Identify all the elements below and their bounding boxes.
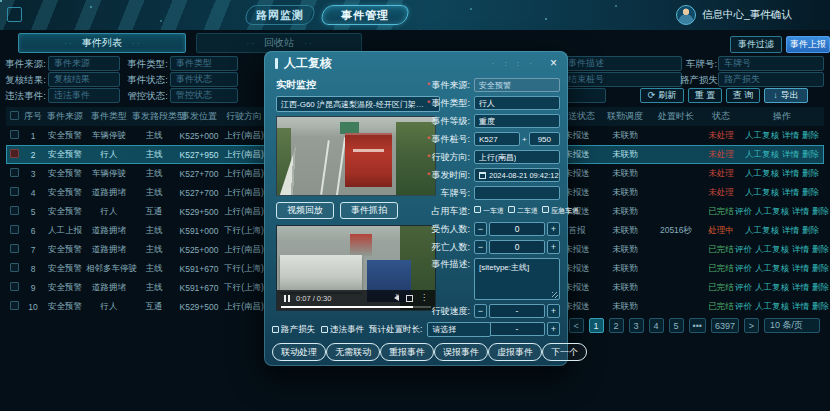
video-player[interactable]: 0:07 / 0:30 ⋮ xyxy=(276,225,436,311)
row-checkbox[interactable] xyxy=(10,244,19,253)
close-icon[interactable]: × xyxy=(550,57,557,69)
row-action-link[interactable]: 人工复核 xyxy=(745,149,779,161)
row-action-link[interactable]: 人工复核 xyxy=(755,301,789,313)
tab-event-list[interactable]: 事件列表 xyxy=(18,33,186,53)
tab-recycle-bin[interactable]: 回收站 xyxy=(196,33,362,53)
row-action-link[interactable]: 删除 xyxy=(812,282,829,294)
row-action-link[interactable]: 详情 xyxy=(782,168,799,180)
footer-checkbox[interactable]: 违法事件 xyxy=(321,324,364,336)
row-action-link[interactable]: 人工复核 xyxy=(745,168,779,180)
row-action-link[interactable]: 评价 xyxy=(735,301,752,313)
field-select[interactable]: 上行(南昌) xyxy=(474,150,560,164)
lane-checkbox[interactable]: 二车道 xyxy=(508,206,538,216)
filter-event-type-select[interactable]: 事件类型 xyxy=(170,56,238,71)
prev-page-button[interactable]: < xyxy=(569,318,584,333)
plate-number-input[interactable] xyxy=(474,186,560,200)
stake-select[interactable]: K527 xyxy=(474,132,520,146)
row-checkbox[interactable] xyxy=(10,187,19,196)
row-action-link[interactable]: 删除 xyxy=(812,263,829,275)
reset-button[interactable]: 重 置 xyxy=(688,88,722,103)
plus-button[interactable]: + xyxy=(547,240,560,254)
export-button[interactable]: ↓导出 xyxy=(764,88,808,103)
row-action-link[interactable]: 评价 xyxy=(735,263,752,275)
row-action-link[interactable]: 人工复核 xyxy=(755,282,789,294)
field-select[interactable]: 行人 xyxy=(474,96,560,110)
modal-action-button[interactable]: 联动处理 xyxy=(272,343,326,361)
nav-tab-road-monitor[interactable]: 路网监测 xyxy=(244,5,317,25)
stepper-value[interactable]: 0 xyxy=(489,222,545,236)
row-checkbox[interactable] xyxy=(10,263,19,272)
event-description-textarea[interactable]: [sitetype:主线] xyxy=(474,258,560,300)
filter-event-status-select[interactable]: 事件状态 xyxy=(170,72,238,87)
plus-button[interactable]: + xyxy=(547,304,560,318)
row-action-link[interactable]: 详情 xyxy=(782,149,799,161)
page-button[interactable]: 3 xyxy=(629,318,644,333)
minus-button[interactable]: − xyxy=(474,304,487,318)
row-action-link[interactable]: 删除 xyxy=(802,168,819,180)
minus-button[interactable]: − xyxy=(474,240,487,254)
row-checkbox[interactable] xyxy=(10,301,19,310)
row-action-link[interactable]: 删除 xyxy=(802,130,819,142)
page-button[interactable]: 2 xyxy=(609,318,624,333)
refresh-button[interactable]: ⟳刷新 xyxy=(640,88,684,103)
duration-select[interactable]: 请选择 xyxy=(427,322,491,337)
event-filter-button[interactable]: 事件过滤 xyxy=(730,36,782,53)
footer-checkbox[interactable]: 路产损失 xyxy=(272,324,315,336)
stepper-value[interactable]: - xyxy=(489,304,545,318)
page-button[interactable]: 4 xyxy=(649,318,664,333)
page-size-select[interactable]: 10 条/页 xyxy=(764,318,820,333)
row-action-link[interactable]: 详情 xyxy=(782,187,799,199)
row-action-link[interactable]: 删除 xyxy=(802,225,819,237)
datetime-input[interactable]: 2024-08-21 09:42:12 xyxy=(474,168,560,182)
row-action-link[interactable]: 详情 xyxy=(792,282,809,294)
pause-icon[interactable] xyxy=(284,295,290,302)
next-page-button[interactable]: > xyxy=(744,318,759,333)
plus-button[interactable]: + xyxy=(547,322,560,336)
minus-button[interactable]: − xyxy=(474,222,487,236)
row-action-link[interactable]: 评价 xyxy=(735,282,752,294)
plus-button[interactable]: + xyxy=(547,222,560,236)
row-checkbox[interactable] xyxy=(10,206,19,215)
page-button[interactable]: 1 xyxy=(589,318,604,333)
user-menu[interactable]: 信息中心_事件确认 xyxy=(676,5,792,25)
video-replay-button[interactable]: 视频回放 xyxy=(276,202,334,219)
lane-checkbox[interactable]: 应急车道 xyxy=(542,206,579,216)
row-action-link[interactable]: 人工复核 xyxy=(755,263,789,275)
row-action-link[interactable]: 人工复核 xyxy=(755,244,789,256)
row-action-link[interactable]: 详情 xyxy=(782,130,799,142)
filter-control-status-select[interactable]: 管控状态 xyxy=(170,88,238,103)
modal-action-button[interactable]: 下一个 xyxy=(542,343,587,361)
row-action-link[interactable]: 删除 xyxy=(812,244,829,256)
row-action-link[interactable]: 详情 xyxy=(792,244,809,256)
field-select[interactable]: 安全预警 xyxy=(474,78,560,92)
modal-action-button[interactable]: 误报事件 xyxy=(434,343,488,361)
filter-review-result-select[interactable]: 复核结果 xyxy=(48,72,120,87)
player-progress-bar[interactable] xyxy=(281,306,431,308)
row-action-link[interactable]: 人工复核 xyxy=(745,187,779,199)
row-action-link[interactable]: 评价 xyxy=(735,206,752,218)
query-button[interactable]: 查 询 xyxy=(726,88,760,103)
nav-tab-event-management[interactable]: 事件管理 xyxy=(320,5,411,25)
event-snapshot-button[interactable]: 事件抓拍 xyxy=(340,202,398,219)
mute-icon[interactable] xyxy=(394,295,399,301)
page-button[interactable]: 5 xyxy=(669,318,684,333)
page-button[interactable]: ••• xyxy=(689,318,706,333)
row-action-link[interactable]: 详情 xyxy=(792,301,809,313)
row-action-link[interactable]: 详情 xyxy=(792,206,809,218)
row-checkbox[interactable] xyxy=(10,225,19,234)
row-action-link[interactable]: 删除 xyxy=(802,149,819,161)
fullscreen-icon[interactable] xyxy=(406,295,413,302)
filter-event-description-input[interactable]: 事件描述 xyxy=(562,56,682,71)
row-checkbox[interactable] xyxy=(10,168,19,177)
row-checkbox[interactable] xyxy=(10,282,19,291)
row-action-link[interactable]: 人工复核 xyxy=(745,130,779,142)
modal-action-button[interactable]: 无需联动 xyxy=(326,343,380,361)
row-action-link[interactable]: 删除 xyxy=(812,206,829,218)
row-action-link[interactable]: 人工复核 xyxy=(745,225,779,237)
stake-offset-input[interactable]: 950 xyxy=(529,132,560,146)
modal-action-button[interactable]: 虚报事件 xyxy=(488,343,542,361)
modal-action-button[interactable]: 重报事件 xyxy=(380,343,434,361)
filter-road-loss-select[interactable]: 路产损失 xyxy=(718,72,824,87)
row-action-link[interactable]: 删除 xyxy=(802,187,819,199)
stepper-value[interactable]: 0 xyxy=(489,240,545,254)
